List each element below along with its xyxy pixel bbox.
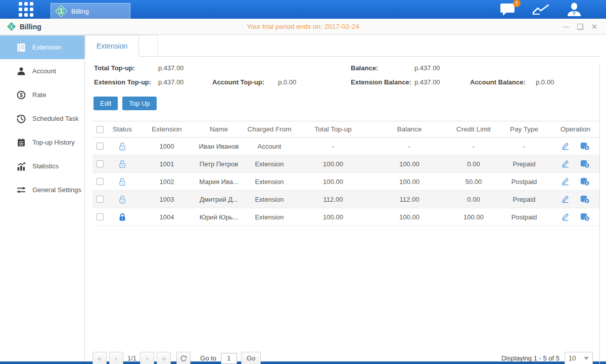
page-size-value: 10 [569,354,576,362]
sidebar-item-label: Account [32,67,56,75]
lock-closed-icon [118,213,126,221]
topup-coins-icon[interactable]: $ [580,160,590,168]
sidebar-item-label: Extension [32,43,61,51]
table-row: 1003 Дмитрий Д... Extension 112.00 112.0… [92,191,599,208]
sidebar-item-topup-history[interactable]: Top-up History [0,130,84,154]
account-topup-label: Account Top-up: [212,78,278,86]
table-row: 1000 Иван Иванов Account - - - - $ [92,138,599,155]
balance-value: p.437.00 [414,64,470,72]
cell-total-topup: 100.00 [298,178,368,186]
sidebar-item-label: Rate [32,91,46,99]
sidebar-item-general-settings[interactable]: General Settings [0,178,84,202]
page-indicator: 1/1 [127,354,136,362]
extension-panel: Total Top-up: p.437.00 Balance: p.437.00… [85,64,600,364]
minimize-icon[interactable]: — [561,22,572,32]
sidebar-item-statistics[interactable]: Statistics [0,154,84,178]
topup-coins-icon[interactable]: $ [580,213,590,221]
lock-open-icon [118,195,126,204]
go-button[interactable]: Go [241,352,261,364]
edit-pencil-icon[interactable] [561,160,570,168]
edit-pencil-icon[interactable] [561,177,570,186]
bar-chart-icon [17,162,26,171]
edit-pencil-icon[interactable] [561,195,570,204]
edit-pencil-icon[interactable] [561,213,570,221]
total-topup-label: Total Top-up: [94,64,158,72]
tab-strip: Extension [85,35,606,57]
apps-grid-icon[interactable] [19,2,33,17]
cell-name: Юрий Юрь... [197,213,241,221]
topup-coins-icon[interactable]: $ [580,195,590,204]
top-up-button[interactable]: Top Up [122,97,156,110]
billing-dollar-diamond-icon [55,5,67,17]
sidebar-item-scheduled-task[interactable]: Scheduled Task [0,107,84,130]
topup-coins-icon[interactable]: $ [580,177,590,186]
col-total-topup: Total Top-up [298,125,368,133]
edit-button[interactable]: Edit [94,97,118,110]
user-icon[interactable] [567,3,582,16]
row-checkbox[interactable] [97,143,104,150]
account-topup-value: p.0.00 [278,78,351,86]
cell-charged-from: Extension [241,213,298,221]
first-page-button[interactable]: « [92,352,107,364]
sidebar-item-account[interactable]: Account [0,59,84,83]
activity-chart-icon[interactable] [532,3,550,16]
refresh-icon[interactable] [176,352,191,364]
row-checkbox[interactable] [97,196,104,203]
next-page-button[interactable]: › [140,352,154,364]
cell-extension: 1001 [137,160,197,168]
col-pay-type: Pay Type [497,125,551,133]
cell-pay-type: Postpaid [497,178,551,186]
cell-credit-limit: - [450,143,497,150]
sidebar-item-label: General Settings [32,186,81,194]
cell-extension: 1000 [137,143,197,150]
account-balance-label: Account Balance: [470,78,536,86]
extension-topup-value: p.437.00 [158,78,212,86]
page-title: Billing [20,23,41,31]
messages-icon[interactable]: ! [500,3,516,16]
cell-total-topup: 112.00 [298,196,368,203]
col-status: Status [108,125,137,133]
sliders-icon [17,186,26,195]
last-page-button[interactable]: » [157,352,171,364]
main-content: Extension Total Top-up: p.437.00 Balance… [85,35,606,361]
total-topup-value: p.437.00 [158,64,212,72]
cell-credit-limit: 100.00 [450,213,497,221]
sidebar-item-label: Top-up History [32,139,75,146]
cell-charged-from: Extension [241,160,298,168]
sidebar-item-rate[interactable]: $ Rate [0,83,84,107]
goto-label: Go to [200,354,216,362]
table-header-row: Status Extension Name Charged From Total… [92,121,599,138]
cell-balance: 100.00 [368,213,450,221]
cell-pay-type: Prepaid [497,160,551,168]
page-size-select[interactable]: 10 [565,352,593,364]
maximize-icon[interactable]: ❑ [575,22,586,32]
billing-summary: Total Top-up: p.437.00 Balance: p.437.00… [94,64,599,86]
balance-label: Balance: [351,64,414,72]
cell-extension: 1003 [137,196,197,203]
close-icon[interactable]: ✕ [589,22,600,32]
row-checkbox[interactable] [97,160,104,167]
edit-pencil-icon[interactable] [561,142,570,151]
goto-page-input[interactable] [221,353,237,364]
taskbar-tab-label: Billing [71,8,89,15]
dollar-circle-icon: $ [17,90,26,100]
select-all-checkbox[interactable] [97,126,104,133]
lock-open-icon [118,142,126,151]
sidebar-item-label: Statistics [32,162,59,170]
taskbar-tab-billing[interactable]: Billing [51,3,130,19]
tab-extension[interactable]: Extension [85,35,139,57]
cell-total-topup: 100.00 [298,213,368,221]
sidebar-item-extension[interactable]: Extension [0,35,84,59]
row-checkbox[interactable] [97,178,104,185]
cell-extension: 1002 [137,178,197,186]
cell-credit-limit: 50.00 [450,178,497,186]
displaying-count: Displaying 1 - 5 of 5 [501,354,560,362]
cell-extension: 1004 [137,213,197,221]
prev-page-button[interactable]: ‹ [109,352,123,364]
cell-name: Иван Иванов [197,143,241,150]
topup-coins-icon[interactable]: $ [580,142,590,151]
notification-badge: ! [513,0,521,7]
row-checkbox[interactable] [97,213,104,220]
table-row: 1002 Мария Ива... Extension 100.00 100.0… [92,173,599,191]
cell-credit-limit: 0.00 [450,196,497,203]
